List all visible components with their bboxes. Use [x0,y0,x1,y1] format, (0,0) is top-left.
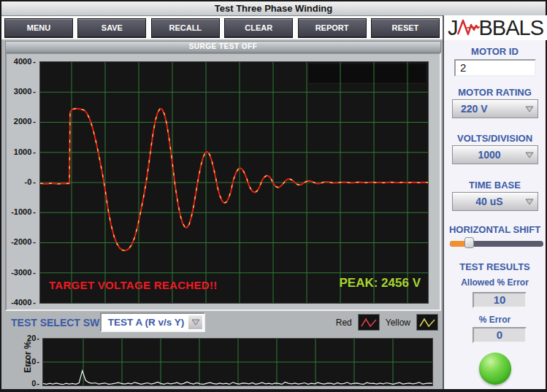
reset-button[interactable]: RESET [371,18,440,38]
motor-id-label: MOTOR ID [444,46,546,57]
error-ytick: 20 [22,334,39,342]
scope-ytick: 2000 [8,117,36,126]
error-chart-section: Error % 20 10 0 [1,334,443,389]
brand-logo: J BBALS [443,15,547,40]
motor-rating-dropdown[interactable]: 220 V [452,99,538,118]
logo-prefix: J [448,17,458,39]
logo-waveform-icon [457,18,481,38]
pass-status-led [479,353,511,385]
time-base-label: TIME BASE [444,180,546,191]
legend-label-yellow: Yellow [386,318,410,328]
scope-ytick: 3000 [8,87,36,96]
volts-division-dropdown[interactable]: 1000 [452,145,538,164]
window-title: Test Three Phase Winding [1,1,546,16]
scope-plot-area: TARGET VOLTAGE REACHED!! PEAK: 2456 V [39,61,429,304]
scope-ytick: -0 [8,177,36,186]
allowed-error-label: Allowed % Error [444,277,546,288]
sidebar: MOTOR ID 2 MOTOR RATING 220 V VOLTS/DIVI… [443,40,546,389]
error-ytick: 10 [22,357,39,366]
scope-ytick: 4000 [8,57,36,66]
legend-label-red: Red [336,318,352,328]
menu-button[interactable]: MENU [4,18,73,38]
volts-division-label: VOLTS/DIVISION [444,133,546,144]
test-select-row: TEST SELECT SWITCH TEST A (R v/s Y) Red … [1,311,443,334]
error-ytick: 0 [22,379,39,388]
motor-id-input[interactable]: 2 [454,59,536,77]
save-button[interactable]: SAVE [77,18,146,38]
slider-handle[interactable] [464,237,474,248]
scope-ytick: -3000 [8,268,36,277]
clear-button[interactable]: CLEAR [224,18,293,38]
test-results-label: TEST RESULTS [444,261,546,272]
scope-ytick: -4000 [8,298,36,307]
toolbar: MENU SAVE RECALL CLEAR REPORT RESET [1,16,443,39]
error-trace-chart [43,339,432,385]
target-voltage-alert: TARGET VOLTAGE REACHED!! [49,279,218,291]
scope-ytick: -2000 [8,237,36,246]
surge-status-banner: SURGE TEST OFF [5,41,441,53]
percent-error-field[interactable]: 0 [473,327,527,343]
report-button[interactable]: REPORT [298,18,367,38]
plot-legend: Red Yellow [336,314,438,331]
test-select-dropdown[interactable]: TEST A (R v/s Y) [100,312,205,332]
legend-swatch-yellow[interactable] [416,314,438,331]
chevron-down-icon[interactable] [188,315,202,329]
legend-swatch-red[interactable] [358,314,380,331]
chevron-down-icon[interactable] [522,147,536,162]
percent-error-label: % Error [444,315,546,325]
scope-ytick: -1000 [8,207,36,216]
logo-suffix: BBALS [479,17,544,39]
motor-rating-label: MOTOR RATING [444,87,546,98]
horizontal-shift-slider[interactable] [450,237,545,250]
peak-voltage-readout: PEAK: 2456 V [340,276,421,291]
error-plot-area [42,338,433,386]
scope-chart-frame: 4000 3000 2000 1000 -0 -1000 -2000 -3000… [5,53,441,311]
time-base-dropdown[interactable]: 40 uS [452,192,538,211]
chevron-down-icon[interactable] [522,194,536,209]
chevron-down-icon[interactable] [522,101,536,116]
recall-button[interactable]: RECALL [151,18,220,38]
allowed-error-field[interactable]: 10 [473,292,527,308]
surge-waveform-chart [40,62,428,303]
horizontal-shift-label: HORIZONTAL SHIFT [444,224,546,235]
app-window: Test Three Phase Winding MENU SAVE RECAL… [0,0,547,392]
scope-ytick: 1000 [8,147,36,156]
main-panel: SURGE TEST OFF 4000 3000 2000 1000 -0 -1… [1,39,443,389]
